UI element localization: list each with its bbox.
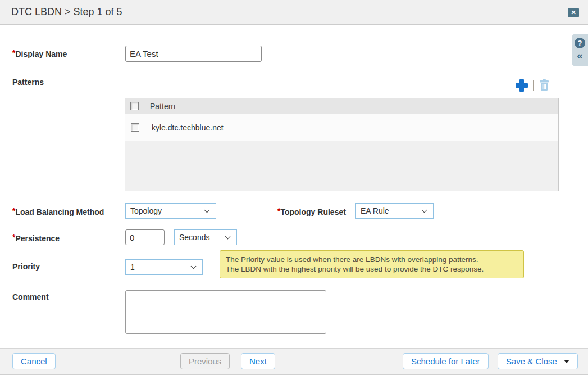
display-name-input[interactable] (125, 46, 262, 62)
toolbar-divider (533, 80, 534, 91)
chevron-down-icon (225, 233, 231, 239)
persistence-unit-select[interactable]: Seconds (174, 229, 237, 245)
persistence-label-text: Persistence (15, 234, 60, 243)
pattern-column-header: Pattern (144, 102, 175, 111)
chevron-down-icon (204, 207, 210, 213)
display-name-label: *Display Name (12, 48, 67, 58)
dialog-footer: Cancel Previous Next Schedule for Later … (0, 348, 588, 375)
collapse-panel-icon[interactable]: « (577, 50, 583, 61)
help-icon[interactable]: ? (575, 38, 585, 48)
caret-down-icon (564, 360, 569, 363)
load-balancing-method-label: *Load Balancing Method (12, 206, 104, 216)
patterns-table: Pattern kyle.dtc.techblue.net (125, 98, 559, 191)
schedule-for-later-button[interactable]: Schedule for Later (403, 353, 489, 369)
row-checkbox[interactable] (131, 123, 139, 132)
comment-label-text: Comment (12, 292, 49, 301)
ruleset-select-value: EA Rule (361, 206, 389, 215)
select-all-checkbox[interactable] (130, 102, 139, 110)
delete-pattern-icon[interactable] (539, 79, 550, 94)
comment-textarea[interactable] (125, 290, 326, 334)
display-name-label-text: Display Name (15, 49, 67, 58)
row-checkbox-cell (125, 123, 144, 132)
next-button[interactable]: Next (241, 353, 275, 369)
dialog-header: DTC LBDN > Step 1 of 5 ✕ (0, 0, 588, 25)
patterns-label-text: Patterns (12, 78, 44, 87)
lbm-label-text: Load Balancing Method (15, 207, 104, 216)
priority-label: Priority (12, 262, 40, 271)
patterns-label: Patterns (12, 78, 44, 87)
table-row[interactable]: kyle.dtc.techblue.net (125, 114, 558, 141)
patterns-table-header: Pattern (125, 98, 558, 114)
priority-note-line2: The LBDN with the highest priority will … (226, 264, 518, 274)
pattern-cell: kyle.dtc.techblue.net (144, 123, 224, 132)
chevron-down-icon (422, 207, 427, 213)
add-pattern-icon[interactable] (516, 79, 528, 92)
previous-button[interactable]: Previous (180, 353, 230, 369)
cancel-button[interactable]: Cancel (12, 353, 56, 369)
ruleset-label-text: Topology Ruleset (280, 207, 345, 216)
page-title: DTC LBDN > Step 1 of 5 (11, 0, 122, 24)
topology-ruleset-label: *Topology Ruleset (277, 206, 346, 216)
persistence-unit-value: Seconds (179, 233, 209, 242)
lbm-select-value: Topology (130, 206, 162, 215)
select-all-cell (125, 98, 144, 114)
chevron-down-icon (191, 263, 197, 269)
persistence-label: *Persistence (12, 233, 60, 243)
close-icon[interactable]: ✕ (568, 8, 579, 17)
priority-label-text: Priority (12, 262, 40, 271)
header-divider (581, 7, 581, 18)
help-panel: ? « (572, 34, 588, 66)
persistence-input[interactable] (125, 229, 165, 245)
topology-ruleset-select[interactable]: EA Rule (355, 203, 434, 219)
comment-label: Comment (12, 292, 49, 301)
priority-note-line1: The Priority value is used when there ar… (226, 255, 518, 264)
priority-info-note: The Priority value is used when there ar… (220, 250, 524, 278)
load-balancing-method-select[interactable]: Topology (125, 203, 216, 219)
save-and-close-label: Save & Close (506, 357, 557, 366)
save-and-close-button[interactable]: Save & Close (498, 353, 578, 369)
priority-select[interactable]: 1 (125, 259, 203, 275)
priority-select-value: 1 (130, 263, 135, 272)
